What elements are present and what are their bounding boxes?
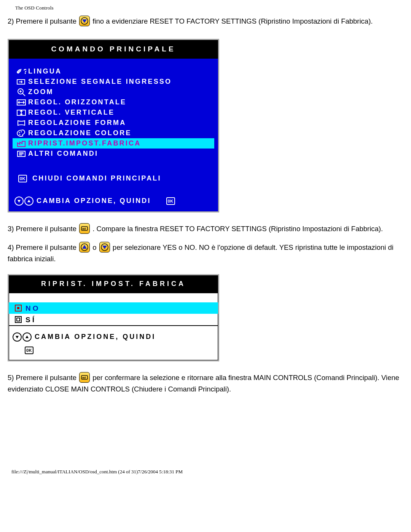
step-3-text-a: 3) Premere il pulsante — [8, 225, 78, 233]
osd-reset-dialog: RIPRIST. IMPOST. FABRICA NO SÍ CAMBIA OP… — [8, 274, 219, 361]
osd-item-label: LINGUA — [28, 66, 62, 77]
input-icon — [14, 78, 28, 85]
ok-button-icon: ad — [79, 372, 90, 383]
square-icon — [13, 316, 24, 323]
osd-reset-no[interactable]: NO — [9, 302, 218, 314]
osd-close-label: CHIUDI COMANDI PRINCIPALI — [32, 173, 161, 184]
osd-reset-title: RIPRIST. IMPOST. FABRICA — [9, 275, 218, 294]
step-4-text-a: 4) Premere il pulsante — [8, 243, 78, 251]
osd-item-vert[interactable]: REGOL. VERTICALE — [13, 107, 214, 118]
svg-text:ad: ad — [82, 376, 86, 379]
ok-icon: 0K — [25, 347, 33, 354]
palette-icon — [14, 129, 28, 137]
osd-reset-yes[interactable]: SÍ — [9, 314, 218, 325]
osd-item-horiz[interactable]: REGOL. ORIZZONTALE — [13, 97, 214, 107]
osd-item-input[interactable]: SELEZIONE SEGNALE INGRESSO — [13, 77, 214, 87]
shape-icon — [14, 120, 28, 126]
factory-icon — [14, 140, 28, 147]
osd-item-zoom[interactable]: ZOOM — [13, 87, 214, 97]
step-4-text-mid: o — [92, 243, 98, 251]
language-icon: ✐? — [14, 68, 28, 75]
step-3-text-b: . Compare la finestra RESET TO FACTORY S… — [92, 225, 383, 233]
osd-item-label: REGOLAZIONE FORMA — [28, 117, 126, 129]
svg-marker-1 — [82, 19, 87, 23]
svg-rect-28 — [17, 307, 19, 309]
osd-footer-hint: CAMBIA OPZIONE, QUINDI 0K — [13, 195, 214, 207]
osd-main-body: ✐? LINGUA SELEZIONE SEGNALE INGRESSO ZOO… — [9, 59, 218, 211]
osd-main-controls: COMANDO PRINCIPALE ✐? LINGUA SELEZIONE S… — [8, 39, 219, 212]
step-2-text-a: 2) Premere il pulsante — [8, 17, 78, 25]
osd-item-reset[interactable]: RIPRIST.IMPOST.FABRICA — [13, 138, 214, 149]
step-2-text-b: fino a evidenziare RESET TO FACTORY SETT… — [92, 17, 373, 25]
osd-item-color[interactable]: REGOLAZIONE COLORE — [13, 128, 214, 138]
svg-point-12 — [19, 132, 20, 133]
step-3: 3) Premere il pulsante ad . Compare la f… — [8, 223, 403, 235]
ok-icon: 0K — [166, 197, 175, 205]
svg-rect-30 — [17, 318, 20, 321]
svg-marker-32 — [25, 335, 29, 338]
down-button-icon — [79, 16, 90, 26]
stop-icon — [13, 304, 24, 312]
svg-line-5 — [22, 93, 25, 96]
svg-rect-29 — [15, 316, 21, 323]
updown-icon — [13, 332, 32, 342]
page-footer: file:///Z|/multi_manual/ITALIAN/OSD/osd_… — [11, 468, 403, 476]
osd-item-label: REGOL. ORIZZONTALE — [28, 97, 126, 108]
svg-point-14 — [19, 134, 21, 135]
vertical-icon — [14, 109, 28, 116]
osd-item-label: ZOOM — [28, 86, 54, 98]
list-icon — [14, 150, 28, 157]
osd-item-extra[interactable]: ALTRI COMANDI — [13, 149, 214, 159]
osd-item-lingua[interactable]: ✐? LINGUA — [13, 66, 214, 77]
osd-footer-label: CAMBIA OPZIONE, QUINDI — [37, 195, 151, 207]
osd-item-label: REGOLAZIONE COLORE — [28, 128, 132, 139]
osd-item-label: RIPRIST.IMPOST.FABRICA — [28, 138, 141, 149]
ok-button-icon: ad — [79, 223, 90, 234]
up-button-icon — [79, 242, 90, 252]
osd-item-label: REGOL. VERTICALE — [28, 107, 115, 118]
osd-item-shape[interactable]: REGOLAZIONE FORMA — [13, 118, 214, 128]
osd-main-title: COMANDO PRINCIPALE — [9, 40, 218, 59]
osd-reset-footer-label: CAMBIA OPZIONE, QUINDI — [35, 331, 156, 343]
svg-marker-26 — [102, 246, 107, 249]
down-button-icon — [99, 242, 110, 252]
osd-item-label: SELEZIONE SEGNALE INGRESSO — [28, 76, 172, 88]
osd-reset-no-label: NO — [25, 302, 40, 314]
svg-marker-20 — [27, 200, 30, 202]
svg-marker-19 — [18, 200, 21, 203]
svg-text:ad: ad — [82, 227, 86, 230]
step-4: 4) Premere il pulsante o per selezionare… — [8, 242, 403, 265]
osd-reset-yes-label: SÍ — [25, 314, 36, 326]
updown-icon — [14, 197, 33, 206]
ok-icon: 0K — [18, 175, 27, 182]
svg-marker-31 — [16, 336, 19, 339]
step-5: 5) Premere il pulsante ad per confermare… — [8, 372, 403, 395]
horizontal-icon — [14, 99, 28, 106]
zoom-icon — [14, 88, 28, 96]
page-header: The OSD Controls — [15, 4, 403, 12]
svg-text:✐?: ✐? — [16, 68, 26, 75]
svg-marker-24 — [82, 245, 87, 249]
svg-point-13 — [21, 131, 22, 132]
osd-reset-footer: CAMBIA OPZIONE, QUINDI 0K — [9, 325, 218, 360]
osd-close-main[interactable]: 0K CHIUDI COMANDI PRINCIPALI — [13, 173, 214, 184]
step-2: 2) Premere il pulsante fino a evidenziar… — [8, 16, 403, 27]
step-5-text-a: 5) Premere il pulsante — [8, 374, 78, 382]
osd-item-label: ALTRI COMANDI — [28, 148, 98, 160]
